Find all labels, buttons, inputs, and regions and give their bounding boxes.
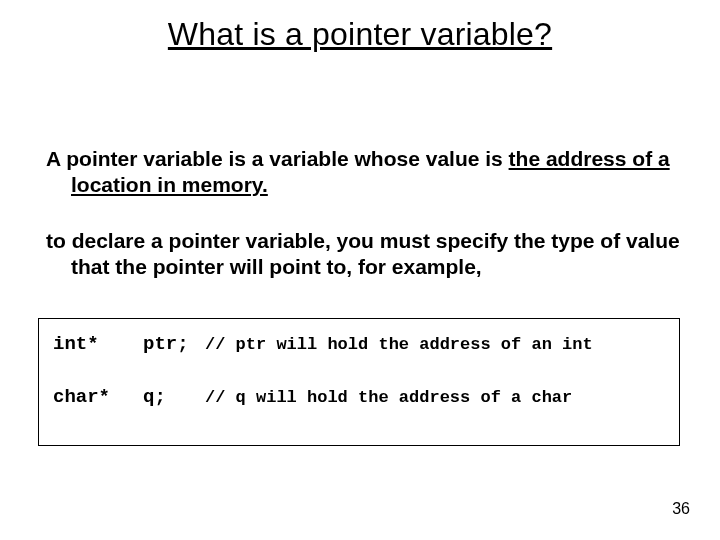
code-var: ptr; [143, 333, 205, 356]
code-var: q; [143, 386, 205, 409]
declaration-paragraph: to declare a pointer variable, you must … [46, 228, 691, 281]
code-comment: // q will hold the address of a char [205, 388, 669, 408]
code-example-box: int* ptr; // ptr will hold the address o… [38, 318, 680, 446]
slide-title: What is a pointer variable? [0, 16, 720, 53]
page-number: 36 [672, 500, 690, 518]
code-type: int* [53, 333, 143, 356]
definition-paragraph: A pointer variable is a variable whose v… [46, 146, 691, 199]
code-type: char* [53, 386, 143, 409]
definition-lead: A pointer variable is a variable whose v… [46, 147, 509, 170]
code-row: int* ptr; // ptr will hold the address o… [53, 333, 669, 356]
slide: What is a pointer variable? A pointer va… [0, 0, 720, 540]
code-row: char* q; // q will hold the address of a… [53, 386, 669, 409]
code-comment: // ptr will hold the address of an int [205, 335, 669, 355]
